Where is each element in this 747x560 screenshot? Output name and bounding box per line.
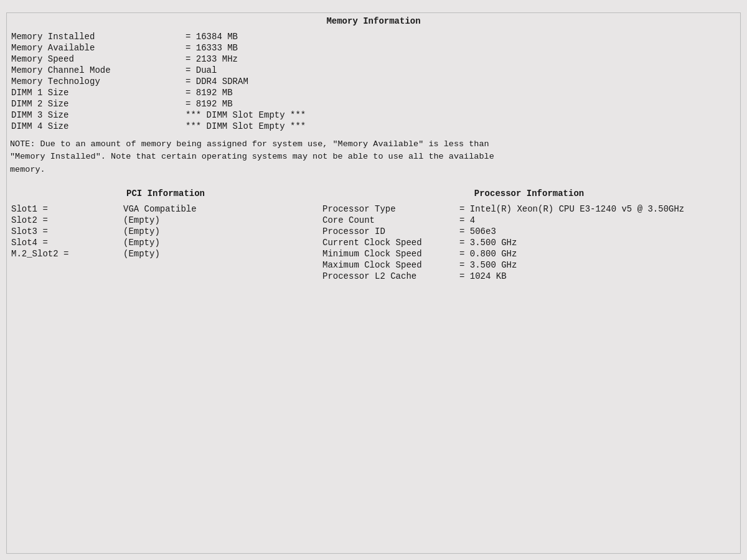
row-value: (Empty)	[122, 215, 321, 226]
processor-title: Processor Information	[321, 189, 737, 198]
processor-table: Processor Type = Intel(R) Xeon(R) CPU E3…	[321, 203, 737, 282]
main-container: Memory Information Memory Installed = 16…	[0, 0, 747, 560]
row-label: Memory Technology	[10, 76, 184, 87]
table-row: Processor L2 Cache = 1024 KB	[321, 271, 737, 282]
table-row: M.2_Slot2 = (Empty)	[10, 248, 321, 259]
table-row: Maximum Clock Speed = 3.500 GHz	[321, 259, 737, 271]
table-row: Memory Technology = DDR4 SDRAM	[10, 76, 737, 87]
row-value: = Intel(R) Xeon(R) CPU E3-1240 v5 @ 3.50…	[458, 203, 737, 215]
row-value: = 2133 MHz	[184, 54, 737, 65]
row-value: (Empty)	[122, 237, 321, 248]
row-value: = 8192 MB	[184, 98, 737, 110]
row-label: Memory Available	[10, 42, 184, 54]
row-value: = 8192 MB	[184, 87, 737, 98]
memory-table: Memory Installed = 16384 MB Memory Avail…	[10, 31, 737, 132]
row-label: DIMM 2 Size	[10, 98, 184, 110]
row-label: M.2_Slot2 =	[10, 248, 122, 259]
memory-section: Memory Information Memory Installed = 16…	[10, 16, 737, 132]
table-row: Slot2 = (Empty)	[10, 215, 321, 226]
row-value: = Dual	[184, 65, 737, 76]
row-label: DIMM 4 Size	[10, 121, 184, 132]
table-row: Memory Available = 16333 MB	[10, 42, 737, 54]
table-row: Memory Channel Mode = Dual	[10, 65, 737, 76]
row-label: Processor Type	[321, 203, 458, 215]
row-label: Slot4 =	[10, 237, 122, 248]
row-value: = 16384 MB	[184, 31, 737, 42]
row-label: Processor L2 Cache	[321, 271, 458, 282]
table-row: Core Count = 4	[321, 215, 737, 226]
bottom-sections: PCI Information Slot1 = VGA Compatible S…	[10, 189, 737, 282]
row-value: = 3.500 GHz	[458, 237, 737, 248]
row-label: Slot3 =	[10, 226, 122, 237]
row-value: = 1024 KB	[458, 271, 737, 282]
content-area: Memory Information Memory Installed = 16…	[6, 12, 741, 554]
table-row: DIMM 2 Size = 8192 MB	[10, 98, 737, 110]
row-label: Minimum Clock Speed	[321, 248, 458, 259]
row-label: Memory Channel Mode	[10, 65, 184, 76]
table-row: DIMM 4 Size *** DIMM Slot Empty ***	[10, 121, 737, 132]
table-row: Current Clock Speed = 3.500 GHz	[321, 237, 737, 248]
table-row: Memory Installed = 16384 MB	[10, 31, 737, 42]
row-value: *** DIMM Slot Empty ***	[184, 110, 737, 121]
table-row: Processor Type = Intel(R) Xeon(R) CPU E3…	[321, 203, 737, 215]
table-row: Slot1 = VGA Compatible	[10, 203, 321, 215]
row-label: Current Clock Speed	[321, 237, 458, 248]
pci-title: PCI Information	[10, 189, 321, 198]
row-value: = 3.500 GHz	[458, 259, 737, 271]
row-label: Memory Installed	[10, 31, 184, 42]
row-label: Slot1 =	[10, 203, 122, 215]
row-label: DIMM 3 Size	[10, 110, 184, 121]
row-value: = 16333 MB	[184, 42, 737, 54]
row-label: Core Count	[321, 215, 458, 226]
row-value: (Empty)	[122, 226, 321, 237]
row-value: = DDR4 SDRAM	[184, 76, 737, 87]
memory-title: Memory Information	[10, 16, 737, 26]
memory-note: NOTE: Due to an amount of memory being a…	[10, 138, 496, 176]
table-row: Slot3 = (Empty)	[10, 226, 321, 237]
row-value: VGA Compatible	[122, 203, 321, 215]
pci-table: Slot1 = VGA Compatible Slot2 = (Empty) S…	[10, 203, 321, 259]
row-value: = 506e3	[458, 226, 737, 237]
table-row: Slot4 = (Empty)	[10, 237, 321, 248]
row-value: = 4	[458, 215, 737, 226]
table-row: Minimum Clock Speed = 0.800 GHz	[321, 248, 737, 259]
row-label: Processor ID	[321, 226, 458, 237]
row-value: (Empty)	[122, 248, 321, 259]
row-label: DIMM 1 Size	[10, 87, 184, 98]
row-value: *** DIMM Slot Empty ***	[184, 121, 737, 132]
pci-section: PCI Information Slot1 = VGA Compatible S…	[10, 189, 321, 282]
table-row: Memory Speed = 2133 MHz	[10, 54, 737, 65]
table-row: DIMM 1 Size = 8192 MB	[10, 87, 737, 98]
row-label: Memory Speed	[10, 54, 184, 65]
table-row: Processor ID = 506e3	[321, 226, 737, 237]
row-label: Slot2 =	[10, 215, 122, 226]
table-row: DIMM 3 Size *** DIMM Slot Empty ***	[10, 110, 737, 121]
row-label: Maximum Clock Speed	[321, 259, 458, 271]
row-value: = 0.800 GHz	[458, 248, 737, 259]
processor-section: Processor Information Processor Type = I…	[321, 189, 737, 282]
